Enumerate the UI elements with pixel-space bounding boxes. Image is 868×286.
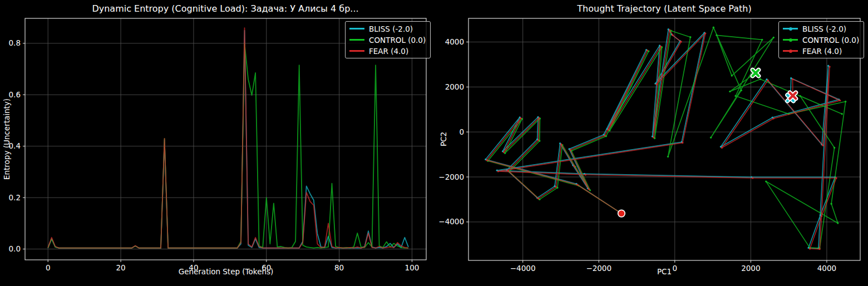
tick-label-x: 80: [334, 263, 344, 272]
tick-label-x: 100: [405, 263, 420, 272]
vertex-dot: [834, 147, 835, 149]
vertex-dot: [507, 170, 509, 171]
vertex-dot: [704, 32, 706, 34]
trajectory-series-group: [485, 27, 846, 250]
tick-label-x: −4000: [510, 264, 536, 273]
trajectory-yaxis-label: PC2: [439, 132, 448, 146]
vertex-dot: [822, 145, 823, 146]
vertex-dot: [680, 41, 682, 42]
vertex-dot: [773, 37, 775, 38]
vertex-dot: [573, 165, 575, 167]
legend-marker-dot: [789, 27, 792, 31]
trajectory-chart-title: Thought Trajectory (Latent Space Path): [577, 3, 751, 14]
legend-label: BLISS (-2.0): [802, 24, 846, 33]
legend-line-swatch: [783, 28, 798, 29]
vertex-dot: [845, 101, 846, 102]
legend-marker-dot: [789, 50, 792, 53]
vertex-dot: [760, 78, 761, 80]
tick-label-y: 0.0: [9, 244, 21, 253]
vertex-dot: [828, 66, 830, 67]
vertex-dot: [667, 156, 669, 157]
legend-label: CONTROL (0.0): [802, 36, 859, 45]
tick-label-y: 2000: [445, 82, 464, 91]
entropy-ticks: [23, 43, 412, 262]
series-line-fear: [48, 28, 408, 248]
tick-label-y: 0: [459, 127, 464, 136]
vertex-dot: [608, 129, 609, 131]
tick-label-x: 4000: [817, 264, 836, 273]
vertex-dot: [837, 222, 839, 224]
legend-marker-dot: [789, 38, 792, 42]
vertex-dot: [839, 100, 841, 101]
vertex-dot: [741, 90, 742, 91]
vertex-dot: [660, 46, 662, 47]
vertex-dot: [773, 117, 775, 119]
vertex-dot: [799, 95, 801, 97]
legend-line-swatch: [783, 50, 798, 52]
entropy-yaxis-label: Entropy (Uncertainty): [2, 98, 11, 180]
vertex-dot: [682, 142, 683, 144]
vertex-dot: [710, 137, 712, 139]
vertex-dot: [792, 78, 793, 80]
vertex-dot: [767, 80, 768, 81]
vertex-dot: [560, 144, 562, 145]
vertex-dot: [497, 170, 499, 172]
vertex-dot: [655, 83, 657, 85]
legend-item-bliss: BLISS (-2.0): [349, 24, 426, 33]
vertex-dot: [721, 147, 723, 149]
legend-item-fear: FEAR (4.0): [349, 46, 426, 56]
entropy-tick-labels: 0204060801000.00.20.40.60.8: [9, 38, 420, 272]
legend-line-swatch: [349, 50, 364, 52]
tick-label-x: 0: [672, 264, 677, 273]
vertex-dot: [672, 34, 673, 36]
trajectory-ticks: [466, 42, 827, 263]
vertex-dot: [486, 159, 487, 161]
vertex-dot: [520, 117, 521, 119]
figure-root: 0204060801000.00.20.40.60.8−4000−2000020…: [0, 0, 868, 286]
vertex-dot: [729, 91, 731, 92]
entropy-xaxis-label: Generation Step (Tokens): [179, 267, 274, 276]
legend-line-swatch: [349, 28, 364, 29]
vertex-dot: [555, 186, 557, 188]
legend-label: FEAR (4.0): [802, 47, 842, 56]
vertex-dot: [830, 203, 832, 205]
legend-label: BLISS (-2.0): [369, 24, 413, 33]
tick-label-y: 0.2: [9, 193, 21, 202]
entropy-legend: BLISS (-2.0)CONTROL (0.0)FEAR (4.0): [345, 21, 431, 58]
legend-item-control: CONTROL (0.0): [349, 35, 426, 45]
series-line-control: [488, 27, 846, 248]
entropy-chart-title: Dynamic Entropy (Cognitive Load): Задача…: [92, 3, 358, 14]
vertex-dot: [569, 149, 571, 151]
legend-item-control: CONTROL (0.0): [783, 35, 859, 45]
vertex-dot: [689, 36, 691, 38]
tick-label-y: −2000: [438, 172, 464, 181]
start-marker: [618, 210, 625, 217]
tick-label-x: 20: [116, 263, 125, 272]
trajectory-legend: BLISS (-2.0)CONTROL (0.0)FEAR (4.0): [778, 21, 864, 58]
vertex-dot: [821, 215, 822, 217]
vertex-dot: [669, 29, 670, 31]
plots-canvas: 0204060801000.00.20.40.60.8−4000−2000020…: [0, 0, 868, 286]
vertex-dot: [841, 113, 843, 115]
tick-label-y: 0.6: [9, 90, 21, 99]
legend-line-swatch: [783, 39, 798, 41]
vertex-dot: [716, 34, 717, 36]
vertex-dot: [734, 95, 736, 97]
tick-label-y: 0.8: [9, 38, 21, 47]
vertex-dot: [647, 50, 648, 51]
tick-label-x: 0: [46, 263, 51, 272]
vertex-dot: [761, 39, 763, 41]
legend-item-fear: FEAR (4.0): [783, 46, 859, 56]
vertex-dot: [604, 135, 605, 136]
tick-label-x: 2000: [741, 264, 760, 273]
legend-line-swatch: [349, 39, 364, 41]
vertex-dot: [576, 184, 578, 186]
trajectory-xaxis-label: PC1: [657, 267, 672, 276]
tick-label-x: −2000: [586, 264, 611, 273]
vertex-dot: [752, 177, 753, 179]
vertex-dot: [818, 248, 820, 250]
vertex-dot: [731, 75, 733, 76]
tick-label-y: −4000: [438, 217, 464, 226]
series-line-bliss: [48, 31, 408, 248]
vertex-dot: [585, 174, 586, 175]
